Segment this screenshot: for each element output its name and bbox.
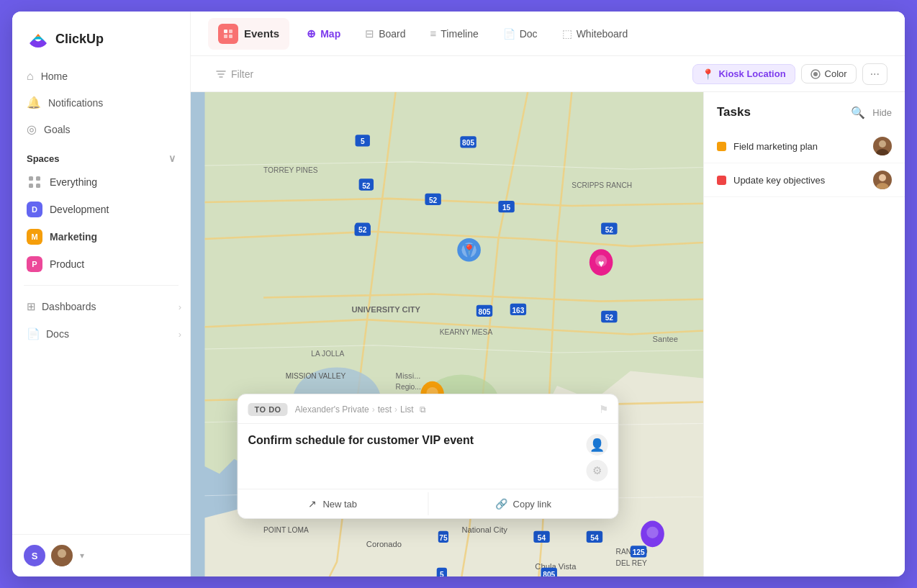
docs-label: Docs — [46, 328, 69, 340]
svg-rect-7 — [229, 30, 232, 33]
sidebar-item-goals-label: Goals — [44, 124, 71, 135]
logo: ClickUp — [12, 12, 190, 63]
task-item-1[interactable]: Field marketing plan — [704, 130, 905, 163]
svg-text:805: 805 — [543, 571, 555, 576]
flag-icon[interactable]: ⚑ — [599, 403, 608, 416]
hide-button[interactable]: Hide — [872, 107, 892, 118]
more-options-button[interactable]: ··· — [862, 63, 887, 85]
new-tab-label: New tab — [322, 499, 357, 510]
toolbar: Filter 📍 Kiosk Location Color ··· — [191, 56, 905, 92]
goals-icon: ◎ — [27, 122, 37, 136]
svg-rect-9 — [229, 35, 232, 38]
task-popup: TO DO Alexander's Private › test › List … — [238, 394, 619, 519]
tasks-header-actions: 🔍 Hide — [851, 106, 892, 119]
color-button[interactable]: Color — [801, 64, 857, 83]
svg-point-104 — [876, 149, 889, 155]
assign-icon[interactable]: 👤 — [587, 434, 608, 456]
marketing-dot: M — [27, 229, 42, 245]
main-nav: ⌂ Home 🔔 Notifications ◎ Goals — [12, 63, 190, 143]
everything-icon — [27, 174, 42, 190]
board-icon: ⊟ — [365, 27, 374, 40]
spaces-label: Spaces — [27, 153, 60, 164]
tasks-title: Tasks — [717, 105, 751, 119]
toolbar-right: 📍 Kiosk Location Color ··· — [692, 63, 887, 85]
map-view[interactable]: UNIVERSITY CITY LA JOLLA KEARNY MESA Mis… — [191, 92, 703, 576]
svg-text:805: 805 — [479, 308, 491, 316]
sidebar-item-notifications-label: Notifications — [48, 97, 103, 109]
svg-text:54: 54 — [538, 534, 546, 542]
kiosk-location-button[interactable]: 📍 Kiosk Location — [692, 64, 795, 84]
kiosk-icon: 📍 — [702, 68, 714, 80]
popup-breadcrumb: Alexander's Private › test › List ⧉ — [295, 404, 426, 415]
sidebar-item-development[interactable]: D Development — [18, 196, 184, 223]
svg-text:MISSION VALLEY: MISSION VALLEY — [286, 372, 346, 380]
svg-text:National City: National City — [461, 525, 507, 534]
task-item-2[interactable]: Update key objectives — [704, 163, 905, 197]
kiosk-label: Kiosk Location — [718, 68, 785, 79]
tab-timeline-label: Timeline — [441, 28, 478, 40]
tab-whiteboard[interactable]: ⬚ Whiteboard — [551, 22, 640, 46]
sidebar-item-goals[interactable]: ◎ Goals — [18, 116, 184, 143]
svg-text:54: 54 — [590, 534, 599, 542]
home-icon: ⌂ — [27, 70, 34, 83]
filter-button[interactable]: Filter — [208, 65, 261, 83]
tab-timeline[interactable]: ≡ Timeline — [419, 22, 490, 45]
sidebar-item-dashboards[interactable]: ⊞ Dashboards › — [12, 293, 190, 320]
svg-text:52: 52 — [605, 314, 614, 322]
copy-link-icon: 🔗 — [495, 498, 507, 510]
copy-link-button[interactable]: 🔗 Copy link — [428, 489, 618, 518]
svg-text:KEARNY MESA: KEARNY MESA — [440, 328, 493, 336]
svg-text:📍: 📍 — [463, 243, 476, 256]
settings-icon-small[interactable]: ⚙ — [587, 460, 608, 481]
dashboards-expand-icon: › — [179, 302, 181, 312]
tab-events[interactable]: Events — [208, 18, 289, 50]
search-icon[interactable]: 🔍 — [851, 106, 865, 119]
everything-label: Everything — [50, 176, 97, 188]
task-2-status-dot — [717, 176, 726, 185]
svg-point-11 — [813, 72, 818, 76]
breadcrumb-part-1: Alexander's Private — [295, 404, 369, 415]
svg-text:♥: ♥ — [598, 258, 604, 269]
breadcrumb-part-2: test — [378, 404, 392, 415]
sidebar-item-everything[interactable]: Everything — [18, 168, 184, 196]
sidebar-item-docs[interactable]: 📄 Docs › — [12, 320, 190, 348]
svg-rect-6 — [224, 30, 227, 33]
filter-icon — [215, 68, 227, 80]
tab-board[interactable]: ⊟ Board — [353, 22, 417, 46]
user-caret-icon[interactable]: ▾ — [80, 551, 84, 561]
svg-text:52: 52 — [358, 226, 367, 234]
svg-text:163: 163 — [512, 307, 524, 315]
sidebar-item-product[interactable]: P Product — [18, 250, 184, 278]
svg-text:52: 52 — [362, 182, 371, 190]
popup-right-actions: 👤 ⚙ — [587, 434, 608, 481]
sidebar-footer: S ▾ — [12, 534, 190, 576]
svg-rect-8 — [224, 35, 227, 38]
sidebar-item-marketing[interactable]: M Marketing — [18, 223, 184, 250]
task-2-label: Update key objectives — [733, 175, 866, 186]
development-dot: D — [27, 202, 42, 217]
sidebar-item-notifications[interactable]: 🔔 Notifications — [18, 89, 184, 116]
svg-text:LA JOLLA: LA JOLLA — [311, 350, 344, 358]
whiteboard-icon: ⬚ — [562, 27, 572, 40]
sidebar-item-home[interactable]: ⌂ Home — [18, 63, 184, 89]
tab-board-label: Board — [379, 28, 405, 40]
user-avatar-photo[interactable] — [51, 545, 73, 566]
development-label: Development — [50, 204, 109, 215]
task-1-label: Field marketing plan — [733, 141, 866, 152]
svg-text:SCRIPPS RANCH: SCRIPPS RANCH — [572, 181, 632, 189]
new-tab-button[interactable]: ↗ New tab — [238, 489, 428, 518]
copy-link-icon-small[interactable]: ⧉ — [420, 404, 426, 415]
doc-icon: 📄 — [503, 28, 515, 40]
tab-map-label: Map — [320, 28, 340, 40]
spaces-collapse-icon[interactable]: ∨ — [168, 153, 176, 164]
user-avatar-s[interactable]: S — [24, 545, 45, 566]
svg-point-105 — [879, 174, 886, 181]
dashboards-label: Dashboards — [42, 301, 96, 312]
map-tasks-area: UNIVERSITY CITY LA JOLLA KEARNY MESA Mis… — [191, 92, 905, 576]
tab-doc[interactable]: 📄 Doc — [492, 22, 549, 45]
tab-map[interactable]: ⊕ Map — [295, 22, 352, 46]
popup-body: Confirm schedule for customer VIP event … — [238, 424, 618, 489]
svg-text:15: 15 — [502, 204, 511, 212]
svg-text:52: 52 — [605, 226, 614, 234]
spaces-section-header: Spaces ∨ — [12, 143, 190, 168]
